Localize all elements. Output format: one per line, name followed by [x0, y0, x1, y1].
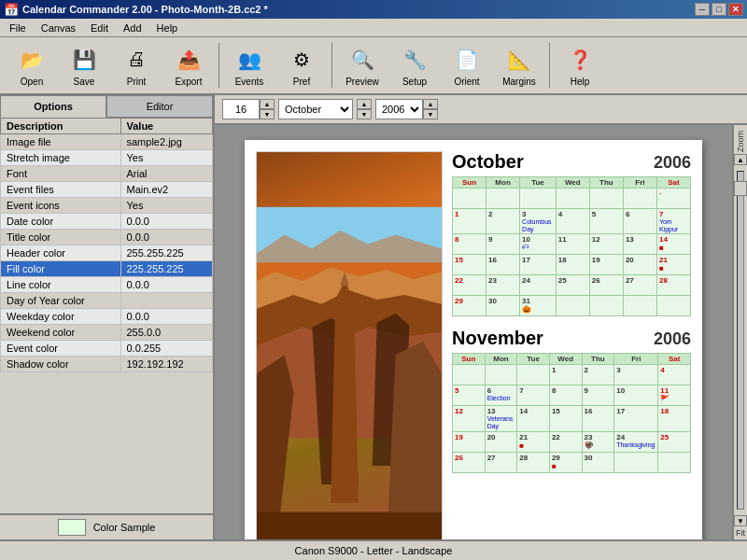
- maximize-button[interactable]: □: [712, 3, 726, 16]
- oct-d7: 7Yom Kippur: [656, 209, 690, 234]
- tab-editor[interactable]: Editor: [106, 95, 213, 118]
- nov-col-tue: Tue: [517, 354, 550, 365]
- nov-e2: [658, 452, 691, 472]
- table-row[interactable]: FontArial: [1, 166, 213, 182]
- nov-week1: 1 2 3 4: [453, 365, 691, 385]
- zoom-thumb[interactable]: [734, 181, 747, 196]
- zoom-sidebar: Zoom ▲ ▼ Fit: [732, 125, 747, 539]
- toolbar-sep-3: [549, 43, 550, 88]
- orient-icon: 📄: [452, 45, 482, 75]
- oct-d31: 31🎃: [520, 296, 557, 316]
- oct-d3: 3Columbus Day: [520, 209, 557, 234]
- orient-label: Orient: [454, 77, 479, 87]
- nov-col-sat: Sat: [658, 354, 691, 365]
- print-button[interactable]: 🖨 Print: [112, 40, 161, 91]
- prop-value: [120, 293, 213, 309]
- table-row[interactable]: Image filesample2.jpg: [1, 134, 213, 150]
- oct-d27: 27: [623, 275, 656, 296]
- month-up-button[interactable]: ▲: [357, 99, 372, 109]
- prop-description: Title color: [1, 230, 121, 245]
- table-row[interactable]: Event color0.0.255: [1, 341, 213, 357]
- close-button[interactable]: ✕: [728, 3, 743, 16]
- photo: [256, 151, 443, 539]
- setup-button[interactable]: 🔧 Setup: [390, 40, 439, 91]
- november-calendar: November 2006 Sun Mon Tue Wed: [452, 328, 691, 472]
- oct-d30: 30: [486, 296, 520, 316]
- table-row[interactable]: Weekend color255.0.0: [1, 325, 213, 341]
- oct-e3: [623, 296, 656, 316]
- menu-bar: File Canvas Edit Add Help: [0, 19, 747, 37]
- table-row[interactable]: Header color255.255.225: [1, 245, 213, 261]
- calendar: October 2006 Sun Mon Tue Wed: [452, 151, 691, 539]
- prop-description: Event files: [1, 182, 121, 198]
- year-down-button[interactable]: ▼: [423, 109, 438, 119]
- zoom-down-button[interactable]: ▼: [734, 515, 747, 526]
- day-up-button[interactable]: ▲: [260, 99, 275, 109]
- table-row[interactable]: Day of Year color: [1, 293, 213, 309]
- table-row[interactable]: Shadow color192.192.192: [1, 357, 213, 372]
- table-row[interactable]: Line color0.0.0: [1, 277, 213, 293]
- oct-empty5: [589, 189, 623, 209]
- nov-d20: 20: [485, 431, 517, 452]
- prop-value: sample2.jpg: [120, 134, 213, 150]
- nov-d19: 19: [453, 431, 486, 452]
- zoom-track[interactable]: [737, 171, 744, 510]
- nov-d5: 5: [453, 385, 486, 406]
- menu-file[interactable]: File: [4, 21, 32, 35]
- table-row[interactable]: Event iconsYes: [1, 198, 213, 214]
- prop-description: Fill color: [1, 261, 121, 277]
- table-row[interactable]: Stretch imageYes: [1, 150, 213, 166]
- prop-value: 0.0.0: [120, 230, 213, 245]
- nov-d29: 29■: [549, 452, 582, 472]
- october-grid: Sun Mon Tue Wed Thu Fri Sat: [452, 176, 691, 316]
- menu-help[interactable]: Help: [151, 21, 184, 35]
- preview-button[interactable]: 🔍 Preview: [338, 40, 387, 91]
- print-label: Print: [127, 77, 147, 87]
- margins-button[interactable]: 📐 Margins: [495, 40, 543, 91]
- nov-d1: 1: [549, 365, 582, 385]
- left-panel: Options Editor Description Value Image f…: [0, 95, 215, 539]
- year-select[interactable]: 200520062007: [375, 99, 423, 119]
- col-fri: Fri: [623, 177, 656, 189]
- table-row[interactable]: Weekday color0.0.0: [1, 309, 213, 325]
- menu-add[interactable]: Add: [118, 21, 148, 35]
- col-sat: Sat: [656, 177, 690, 189]
- table-row[interactable]: Title color0.0.0: [1, 230, 213, 245]
- setup-label: Setup: [402, 77, 427, 87]
- events-button[interactable]: 👥 Events: [225, 40, 274, 91]
- nov-e1: [614, 452, 658, 472]
- month-down-button[interactable]: ▼: [357, 109, 372, 119]
- nov-d25: 25: [658, 431, 691, 452]
- fit-label: Fit: [736, 528, 745, 538]
- nov-d11: 11🚩: [658, 385, 691, 406]
- pref-button[interactable]: ⚙ Pref: [277, 40, 326, 91]
- margins-icon: 📐: [504, 45, 534, 75]
- menu-canvas[interactable]: Canvas: [35, 21, 81, 35]
- nov-empty2: [485, 365, 517, 385]
- orient-button[interactable]: 📄 Orient: [443, 40, 491, 91]
- prop-value: Yes: [120, 198, 213, 214]
- svg-marker-7: [257, 355, 294, 539]
- zoom-label: Zoom: [736, 131, 745, 152]
- table-row[interactable]: Date color0.0.0: [1, 214, 213, 230]
- margins-label: Margins: [502, 77, 536, 87]
- menu-edit[interactable]: Edit: [85, 21, 114, 35]
- year-up-button[interactable]: ▲: [423, 99, 438, 109]
- day-down-button[interactable]: ▼: [260, 109, 275, 119]
- table-row[interactable]: Fill color225.255.225: [1, 261, 213, 277]
- col-wed: Wed: [556, 177, 589, 189]
- month-select[interactable]: JanuaryFebruaryMarch AprilMayJune JulyAu…: [278, 99, 353, 119]
- open-button[interactable]: 📂 Open: [7, 40, 56, 91]
- printer-status: Canon S9000 - Letter - Landscape: [295, 545, 453, 556]
- nov-d26: 26: [453, 452, 486, 472]
- save-button[interactable]: 💾 Save: [60, 40, 108, 91]
- export-button[interactable]: 📤 Export: [164, 40, 213, 91]
- oct-d28: 28: [656, 275, 690, 296]
- help-button[interactable]: ❓ Help: [556, 40, 604, 91]
- tab-options[interactable]: Options: [0, 95, 106, 118]
- minimize-button[interactable]: ─: [695, 3, 710, 16]
- table-row[interactable]: Event filesMain.ev2: [1, 182, 213, 198]
- day-input[interactable]: [222, 99, 260, 119]
- nov-d3: 3: [614, 365, 658, 385]
- zoom-up-button[interactable]: ▲: [734, 154, 747, 165]
